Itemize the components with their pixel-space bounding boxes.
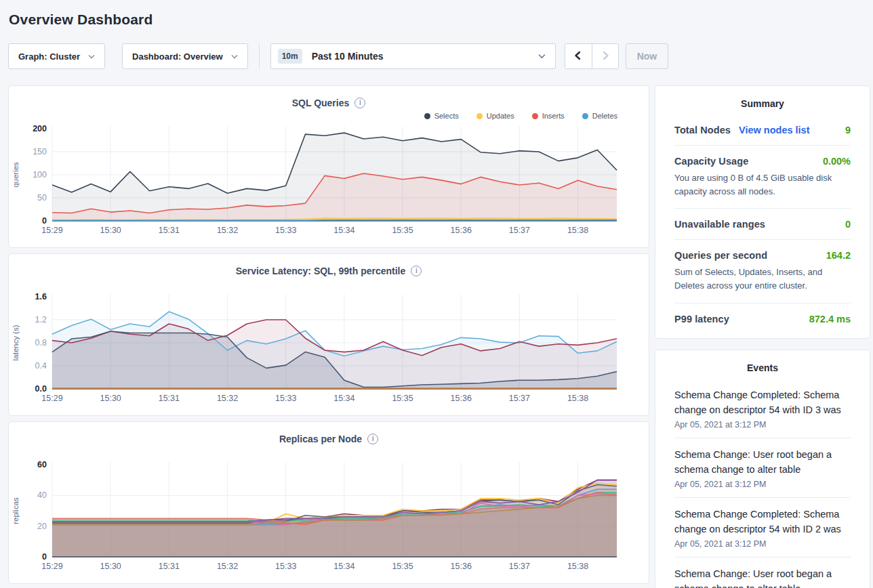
summary-title: Summary [674,98,851,114]
svg-text:20: 20 [37,522,47,531]
svg-text:0.0: 0.0 [35,384,47,394]
svg-text:15:29: 15:29 [41,226,62,235]
dashboard-selector-dropdown[interactable]: Dashboard: Overview [122,43,248,69]
svg-text:15:38: 15:38 [567,394,588,403]
summary-row-label: Queries per second [674,250,767,261]
event-timestamp: Apr 05, 2021 at 3:12 PM [674,480,851,489]
event-text: Schema Change: User root began a schema … [674,566,851,588]
summary-row-queries-per-second: Queries per second 164.2 Sum of Selects,… [674,240,851,303]
summary-row-label: Total Nodes [674,125,731,135]
svg-text:15:29: 15:29 [41,562,62,571]
view-nodes-list-link[interactable]: View nodes list [739,125,810,135]
summary-row-total-nodes: Total Nodes View nodes list 9 [674,114,851,146]
time-nav-group [565,43,619,69]
svg-text:15:36: 15:36 [451,226,472,235]
chevron-left-icon [572,49,584,64]
toolbar-divider [259,43,260,69]
graph-selector-dropdown[interactable]: Graph: Cluster [8,43,105,69]
time-range-label: Past 10 Minutes [312,51,538,62]
chart-legend [9,446,649,457]
svg-text:0.4: 0.4 [35,361,47,371]
svg-text:15:32: 15:32 [217,226,238,235]
chart-panel-service-latency: Service Latency: SQL, 99th percentile i … [8,253,649,416]
svg-text:15:34: 15:34 [333,562,354,571]
svg-text:0: 0 [42,216,47,226]
event-item[interactable]: Schema Change: User root began a schema … [674,558,851,588]
dashboard-selector-label: Dashboard: Overview [132,51,223,62]
info-icon[interactable]: i [367,434,378,444]
svg-text:1.6: 1.6 [35,292,47,301]
svg-text:15:30: 15:30 [100,226,121,235]
legend-item-deletes[interactable]: Deletes [582,112,617,120]
time-prev-button[interactable] [565,44,592,68]
svg-text:15:30: 15:30 [100,562,121,571]
chart-legend: SelectsUpdatesInsertsDeletes [9,110,649,121]
chart-panel-sql-queries: SQL Queries i SelectsUpdatesInsertsDelet… [8,85,649,248]
svg-text:replicas: replicas [12,497,20,524]
legend-dot-icon [476,113,483,119]
sidebar: Summary Total Nodes View nodes list 9 Ca… [655,85,870,588]
events-panel: Events Schema Change Completed: Schema c… [655,350,870,588]
summary-row-label: Unavailable ranges [674,219,765,230]
event-text: Schema Change Completed: Schema change o… [674,507,851,537]
chart-title: SQL Queries [292,98,350,108]
time-next-button[interactable] [592,44,618,68]
svg-text:15:37: 15:37 [509,394,530,403]
event-item[interactable]: Schema Change Completed: Schema change o… [674,498,851,558]
summary-row-capacity-usage: Capacity Usage 0.00% You are using 0 B o… [674,146,851,209]
summary-row-label: Capacity Usage [674,156,748,167]
svg-text:15:37: 15:37 [509,562,530,571]
summary-row-value: 164.2 [826,250,851,261]
summary-row-value: 9 [845,125,851,135]
graph-selector-label: Graph: Cluster [18,51,80,62]
legend-dot-icon [582,113,588,119]
svg-text:15:31: 15:31 [159,394,180,403]
chart-panel-replicas-per-node: Replicas per Node i 15:2915:3015:3115:32… [8,421,649,584]
summary-row-note: Sum of Selects, Updates, Inserts, and De… [674,266,851,293]
summary-row-unavailable-ranges: Unavailable ranges 0 [674,209,851,240]
chevron-down-icon [538,54,546,59]
svg-text:200: 200 [33,124,47,133]
info-icon[interactable]: i [354,98,365,108]
event-item[interactable]: Schema Change Completed: Schema change o… [674,379,851,438]
replicas-per-node-chart[interactable]: 15:2915:3015:3115:3215:3315:3415:3515:36… [9,458,649,579]
legend-label: Deletes [592,112,617,120]
info-icon[interactable]: i [411,266,422,276]
summary-row-value: 0.00% [823,156,851,167]
chevron-right-icon [599,49,611,64]
sql-queries-chart[interactable]: 15:2915:3015:3115:3215:3315:3415:3515:36… [9,122,649,243]
svg-text:15:33: 15:33 [275,562,296,571]
service-latency-chart[interactable]: 15:2915:3015:3115:3215:3315:3415:3515:36… [9,290,649,411]
legend-dot-icon [424,113,430,119]
event-timestamp: Apr 05, 2021 at 3:12 PM [674,420,851,429]
svg-text:0: 0 [42,552,47,562]
summary-row-label: P99 latency [674,314,729,324]
legend-item-selects[interactable]: Selects [424,112,459,120]
svg-text:0.8: 0.8 [35,338,47,348]
chart-title: Replicas per Node [279,434,362,444]
legend-item-updates[interactable]: Updates [476,112,514,120]
svg-text:15:36: 15:36 [451,394,472,403]
legend-label: Inserts [542,112,565,120]
svg-text:15:30: 15:30 [100,394,121,403]
svg-text:15:31: 15:31 [159,226,180,235]
event-timestamp: Apr 05, 2021 at 3:12 PM [674,539,851,549]
now-button[interactable]: Now [626,43,669,69]
svg-text:15:32: 15:32 [217,562,238,571]
svg-text:15:33: 15:33 [275,226,296,235]
svg-text:15:29: 15:29 [41,394,62,403]
svg-text:40: 40 [37,490,47,500]
summary-row-note: You are using 0 B of 4.5 GiB usable disk… [674,171,851,198]
chevron-down-icon [88,54,95,59]
svg-text:15:36: 15:36 [451,562,472,571]
time-range-picker[interactable]: 10m Past 10 Minutes [270,43,556,69]
svg-text:15:31: 15:31 [159,562,180,571]
svg-text:15:32: 15:32 [217,394,238,403]
time-range-chip: 10m [278,49,302,64]
event-text: Schema Change Completed: Schema change o… [674,387,851,417]
event-item[interactable]: Schema Change: User root began a schema … [674,438,851,498]
legend-item-inserts[interactable]: Inserts [532,112,565,120]
svg-text:100: 100 [33,170,47,180]
summary-panel: Summary Total Nodes View nodes list 9 Ca… [655,85,870,339]
svg-text:1.2: 1.2 [35,315,47,324]
